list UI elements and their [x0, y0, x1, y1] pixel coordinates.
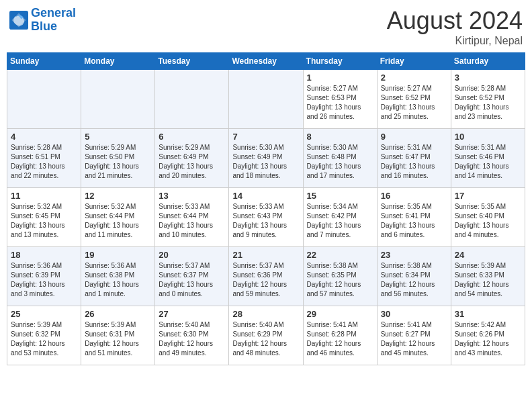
calendar-cell: 5Sunrise: 5:29 AMSunset: 6:50 PMDaylight… [81, 129, 155, 188]
calendar-cell: 3Sunrise: 5:28 AMSunset: 6:52 PMDaylight… [451, 70, 525, 129]
calendar-cell: 13Sunrise: 5:33 AMSunset: 6:44 PMDayligh… [155, 188, 229, 247]
logo-icon [9, 11, 28, 30]
calendar-cell: 11Sunrise: 5:32 AMSunset: 6:45 PMDayligh… [7, 188, 81, 247]
calendar-cell: 1Sunrise: 5:27 AMSunset: 6:53 PMDaylight… [303, 70, 377, 129]
day-number: 22 [307, 250, 373, 260]
day-info: Sunrise: 5:36 AMSunset: 6:38 PMDaylight:… [85, 261, 151, 299]
day-info: Sunrise: 5:39 AMSunset: 6:32 PMDaylight:… [11, 320, 77, 358]
day-number: 24 [455, 250, 521, 260]
day-info: Sunrise: 5:37 AMSunset: 6:36 PMDaylight:… [232, 261, 299, 299]
calendar-cell: 24Sunrise: 5:39 AMSunset: 6:33 PMDayligh… [451, 247, 525, 306]
day-number: 26 [85, 309, 151, 319]
logo-text: General Blue [31, 7, 76, 34]
day-info: Sunrise: 5:27 AMSunset: 6:52 PMDaylight:… [381, 84, 447, 122]
calendar-cell: 18Sunrise: 5:36 AMSunset: 6:39 PMDayligh… [7, 247, 81, 306]
day-info: Sunrise: 5:28 AMSunset: 6:51 PMDaylight:… [11, 143, 77, 181]
day-header-friday: Friday [377, 53, 451, 70]
calendar-cell [155, 70, 229, 129]
day-info: Sunrise: 5:35 AMSunset: 6:41 PMDaylight:… [381, 202, 447, 240]
logo-general: General [31, 6, 76, 19]
day-info: Sunrise: 5:40 AMSunset: 6:30 PMDaylight:… [159, 320, 225, 358]
day-info: Sunrise: 5:29 AMSunset: 6:50 PMDaylight:… [85, 143, 151, 181]
calendar-cell: 25Sunrise: 5:39 AMSunset: 6:32 PMDayligh… [7, 306, 81, 365]
day-number: 27 [159, 309, 225, 319]
day-info: Sunrise: 5:30 AMSunset: 6:48 PMDaylight:… [307, 143, 373, 181]
logo-blue: Blue [31, 20, 76, 34]
calendar-cell: 21Sunrise: 5:37 AMSunset: 6:36 PMDayligh… [229, 247, 303, 306]
day-info: Sunrise: 5:30 AMSunset: 6:49 PMDaylight:… [232, 143, 299, 181]
day-number: 5 [85, 132, 151, 142]
calendar-cell: 16Sunrise: 5:35 AMSunset: 6:41 PMDayligh… [377, 188, 451, 247]
day-number: 28 [232, 309, 299, 319]
day-info: Sunrise: 5:32 AMSunset: 6:45 PMDaylight:… [11, 202, 77, 240]
calendar-cell: 4Sunrise: 5:28 AMSunset: 6:51 PMDaylight… [7, 129, 81, 188]
calendar-cell: 12Sunrise: 5:32 AMSunset: 6:44 PMDayligh… [81, 188, 155, 247]
day-info: Sunrise: 5:32 AMSunset: 6:44 PMDaylight:… [85, 202, 151, 240]
day-number: 11 [11, 191, 77, 201]
day-number: 4 [11, 132, 77, 142]
week-row-2: 4Sunrise: 5:28 AMSunset: 6:51 PMDaylight… [7, 129, 525, 188]
day-info: Sunrise: 5:36 AMSunset: 6:39 PMDaylight:… [11, 261, 77, 299]
day-info: Sunrise: 5:28 AMSunset: 6:52 PMDaylight:… [455, 84, 521, 122]
week-row-1: 1Sunrise: 5:27 AMSunset: 6:53 PMDaylight… [7, 70, 525, 129]
day-number: 18 [11, 250, 77, 260]
day-header-saturday: Saturday [451, 53, 525, 70]
day-number: 8 [307, 132, 373, 142]
day-info: Sunrise: 5:40 AMSunset: 6:29 PMDaylight:… [232, 320, 299, 358]
day-number: 31 [455, 309, 521, 319]
calendar-cell: 20Sunrise: 5:37 AMSunset: 6:37 PMDayligh… [155, 247, 229, 306]
day-number: 20 [159, 250, 225, 260]
day-number: 16 [381, 191, 447, 201]
calendar-cell: 19Sunrise: 5:36 AMSunset: 6:38 PMDayligh… [81, 247, 155, 306]
day-number: 29 [307, 309, 373, 319]
day-number: 1 [307, 73, 373, 83]
day-number: 17 [455, 191, 521, 201]
day-header-wednesday: Wednesday [229, 53, 303, 70]
week-row-4: 18Sunrise: 5:36 AMSunset: 6:39 PMDayligh… [7, 247, 525, 306]
location: Kirtipur, Nepal [387, 35, 523, 47]
calendar-cell: 27Sunrise: 5:40 AMSunset: 6:30 PMDayligh… [155, 306, 229, 365]
logo: General Blue [9, 7, 76, 34]
day-info: Sunrise: 5:31 AMSunset: 6:47 PMDaylight:… [381, 143, 447, 181]
day-number: 15 [307, 191, 373, 201]
day-header-sunday: Sunday [7, 53, 81, 70]
calendar-cell: 17Sunrise: 5:35 AMSunset: 6:40 PMDayligh… [451, 188, 525, 247]
month-title: August 2024 [387, 7, 523, 35]
day-header-thursday: Thursday [303, 53, 377, 70]
day-info: Sunrise: 5:33 AMSunset: 6:44 PMDaylight:… [159, 202, 225, 240]
calendar-cell: 31Sunrise: 5:42 AMSunset: 6:26 PMDayligh… [451, 306, 525, 365]
day-number: 25 [11, 309, 77, 319]
day-number: 30 [381, 309, 447, 319]
day-info: Sunrise: 5:31 AMSunset: 6:46 PMDaylight:… [455, 143, 521, 181]
day-number: 10 [455, 132, 521, 142]
calendar-cell: 22Sunrise: 5:38 AMSunset: 6:35 PMDayligh… [303, 247, 377, 306]
header-row: SundayMondayTuesdayWednesdayThursdayFrid… [7, 53, 525, 70]
calendar-cell: 29Sunrise: 5:41 AMSunset: 6:28 PMDayligh… [303, 306, 377, 365]
day-header-monday: Monday [81, 53, 155, 70]
day-info: Sunrise: 5:39 AMSunset: 6:33 PMDaylight:… [455, 261, 521, 299]
day-info: Sunrise: 5:41 AMSunset: 6:28 PMDaylight:… [307, 320, 373, 358]
week-row-3: 11Sunrise: 5:32 AMSunset: 6:45 PMDayligh… [7, 188, 525, 247]
week-row-5: 25Sunrise: 5:39 AMSunset: 6:32 PMDayligh… [7, 306, 525, 365]
day-number: 19 [85, 250, 151, 260]
day-number: 23 [381, 250, 447, 260]
title-block: August 2024 Kirtipur, Nepal [387, 7, 523, 47]
day-number: 12 [85, 191, 151, 201]
calendar-cell: 15Sunrise: 5:34 AMSunset: 6:42 PMDayligh… [303, 188, 377, 247]
day-info: Sunrise: 5:39 AMSunset: 6:31 PMDaylight:… [85, 320, 151, 358]
day-info: Sunrise: 5:33 AMSunset: 6:43 PMDaylight:… [232, 202, 299, 240]
calendar-cell: 8Sunrise: 5:30 AMSunset: 6:48 PMDaylight… [303, 129, 377, 188]
day-info: Sunrise: 5:29 AMSunset: 6:49 PMDaylight:… [159, 143, 225, 181]
calendar-cell: 10Sunrise: 5:31 AMSunset: 6:46 PMDayligh… [451, 129, 525, 188]
calendar-cell [81, 70, 155, 129]
calendar-cell: 14Sunrise: 5:33 AMSunset: 6:43 PMDayligh… [229, 188, 303, 247]
calendar-cell [7, 70, 81, 129]
day-number: 3 [455, 73, 521, 83]
day-info: Sunrise: 5:35 AMSunset: 6:40 PMDaylight:… [455, 202, 521, 240]
header: General Blue August 2024 Kirtipur, Nepal [7, 7, 525, 47]
day-number: 2 [381, 73, 447, 83]
calendar-cell: 23Sunrise: 5:38 AMSunset: 6:34 PMDayligh… [377, 247, 451, 306]
calendar-cell [229, 70, 303, 129]
day-number: 13 [159, 191, 225, 201]
calendar-cell: 7Sunrise: 5:30 AMSunset: 6:49 PMDaylight… [229, 129, 303, 188]
